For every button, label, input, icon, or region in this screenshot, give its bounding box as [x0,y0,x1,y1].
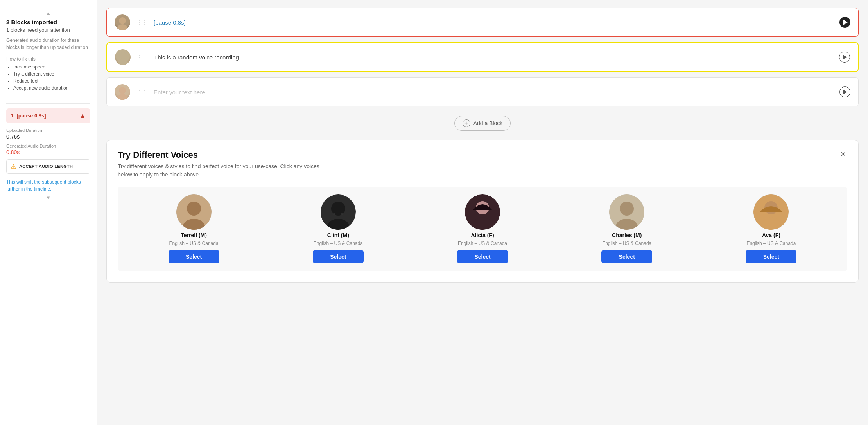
fix-item: Increase speed [13,64,90,70]
shift-note: This will shift the subsequent blocks fu… [6,178,90,193]
add-block-button[interactable]: + Add a Block [454,116,511,131]
voice-name-charles: Charles (M) [612,232,642,238]
play-button-3[interactable] [839,86,850,97]
svg-point-18 [620,202,634,216]
svg-point-7 [187,202,201,216]
sidebar-how-to-fix: How to fix this: [6,56,90,62]
voice-card-ava: Ava (F) English – US & Canada Select [703,194,839,263]
voices-panel-description: Try different voices & styles to find pe… [118,162,321,179]
play-icon-2 [843,55,847,59]
voice-select-button-charles[interactable]: Select [601,250,652,263]
voice-avatar-alicia [465,194,500,230]
add-block-row: + Add a Block [106,116,859,131]
voice-select-button-ava[interactable]: Select [746,250,796,263]
voice-lang-terrell: English – US & Canada [169,241,219,246]
accept-audio-length-button[interactable]: ⚠ ACCEPT AUDIO LENGTH [6,159,90,174]
block-text-3[interactable]: Enter your text here [154,89,835,95]
voices-panel-title: Try Different Voices [118,150,321,160]
sidebar-subtitle: 1 blocks need your attention [6,27,90,33]
voices-panel-header-left: Try Different Voices Try different voice… [118,150,321,179]
voices-panel-close-button[interactable]: × [839,150,847,158]
avatar-block-3 [115,84,130,100]
drag-handle-2[interactable]: ⋮⋮ [135,54,149,60]
voice-lang-ava: English – US & Canada [746,241,796,246]
play-icon-3 [843,90,847,94]
voice-lang-alicia: English – US & Canada [458,241,507,246]
sidebar-scroll-down[interactable]: ▼ [6,193,90,203]
voice-card-alicia: Alicia (F) English – US & Canada Select [414,194,551,263]
block-row-3: ⋮⋮ Enter your text here [106,77,859,106]
block-item-label: 1. [pause 0.8s] [11,113,46,119]
voice-select-button-terrell[interactable]: Select [169,250,219,263]
uploaded-duration-label: Uploaded Duration [6,128,90,133]
add-block-label: Add a Block [473,120,503,126]
voice-name-terrell: Terrell (M) [181,232,207,238]
voice-name-ava: Ava (F) [762,232,780,238]
voices-panel-header: Try Different Voices Try different voice… [118,150,847,179]
voice-lang-clint: English – US & Canada [314,241,363,246]
voice-avatar-ava [753,194,789,230]
voice-name-clint: Clint (M) [327,232,349,238]
voice-avatar-terrell [176,194,212,230]
sidebar-divider [6,103,90,104]
voices-grid: Terrell (M) English – US & Canada Select… [118,187,847,271]
sidebar-scroll-up[interactable]: ▲ [6,8,90,18]
svg-point-3 [118,59,128,65]
svg-point-0 [119,17,126,24]
svg-point-2 [119,52,126,59]
block-row-2: ⋮⋮ This is a random voice recording [106,42,859,72]
main-content: ⋮⋮ [pause 0.8s] ⋮⋮ This is a random voic… [97,0,868,425]
sidebar-title: 2 Blocks imported [6,18,90,26]
svg-point-5 [117,94,127,100]
play-icon-1 [843,20,848,25]
avatar-block-1 [115,14,130,30]
fix-item: Reduce text [13,78,90,84]
generated-duration-label: Generated Audio Duration [6,144,90,148]
plus-circle-icon: + [463,119,470,127]
sidebar-description: Generated audio duration for these block… [6,37,90,51]
sidebar-fixes-list: Increase speed Try a different voice Red… [6,64,90,92]
uploaded-duration-value: 0.76s [6,133,90,140]
block-item-arrow: ▲ [79,112,86,119]
svg-point-1 [117,24,127,30]
drag-handle-3[interactable]: ⋮⋮ [135,89,149,95]
svg-point-13 [341,213,343,215]
generated-duration-value: 0.80s [6,149,90,155]
block-item-attention[interactable]: 1. [pause 0.8s] ▲ [6,108,90,123]
voice-card-terrell: Terrell (M) English – US & Canada Select [126,194,262,263]
svg-point-12 [333,213,335,215]
voice-name-alicia: Alicia (F) [471,232,494,238]
voice-select-button-clint[interactable]: Select [313,250,364,263]
voices-panel: Try Different Voices Try different voice… [106,140,859,283]
block-text-2[interactable]: This is a random voice recording [154,54,834,61]
block-row-1: ⋮⋮ [pause 0.8s] [106,8,859,37]
accept-btn-label: ACCEPT AUDIO LENGTH [19,164,73,169]
warning-icon: ⚠ [11,163,16,170]
voice-lang-charles: English – US & Canada [602,241,651,246]
avatar-block-2 [115,49,131,65]
voice-avatar-charles [609,194,644,230]
play-button-1[interactable] [839,17,850,28]
voice-card-charles: Charles (M) English – US & Canada Select [559,194,695,263]
sidebar: ▲ 2 Blocks imported 1 blocks need your a… [0,0,97,425]
fix-item: Try a different voice [13,71,90,77]
voice-card-clint: Clint (M) English – US & Canada Select [270,194,406,263]
block-text-1[interactable]: [pause 0.8s] [154,19,835,26]
drag-handle-1[interactable]: ⋮⋮ [135,19,149,25]
play-button-2[interactable] [839,52,850,63]
fix-item: Accept new audio duration [13,85,90,91]
voice-select-button-alicia[interactable]: Select [457,250,508,263]
svg-point-4 [119,87,126,94]
voice-avatar-clint [321,194,356,230]
